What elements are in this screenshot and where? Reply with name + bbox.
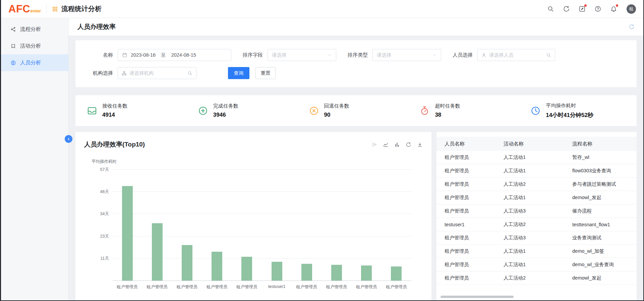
bottom-row: 人员办理效率(Top10) 平均操作耗时 11天23天34天46天57天租户管理… bbox=[75, 132, 637, 300]
stat-card: 平均操作耗时14小时41分钟52秒 bbox=[522, 103, 633, 119]
bell-icon[interactable] bbox=[610, 5, 617, 12]
reset-button[interactable]: 重置 bbox=[255, 67, 276, 79]
person-select-field[interactable] bbox=[477, 49, 555, 61]
start-date[interactable]: 2023-08-16 bbox=[131, 52, 156, 58]
download-icon[interactable] bbox=[417, 142, 423, 147]
bar[interactable] bbox=[272, 262, 282, 281]
scrollbar-thumb[interactable] bbox=[441, 296, 514, 298]
sidebar: 流程分析活动分析人员分析 bbox=[1, 18, 69, 300]
afcenter-logo[interactable]: AFC enter bbox=[8, 3, 41, 15]
sort-type-placeholder: 请选择 bbox=[377, 52, 392, 58]
bar-slot: 租户管理员 bbox=[292, 170, 321, 281]
bar[interactable] bbox=[391, 266, 402, 281]
y-axis-title: 平均操作耗时 bbox=[92, 159, 117, 165]
date-separator: 至 bbox=[161, 52, 166, 58]
search-icon[interactable] bbox=[547, 5, 554, 12]
table-cell: flow0303业务查询 bbox=[572, 168, 637, 174]
bar[interactable] bbox=[182, 245, 192, 281]
table-cell: testtesnant_flow1 bbox=[572, 222, 637, 227]
search-icon bbox=[546, 53, 551, 58]
column-header: 活动名称 bbox=[504, 141, 572, 147]
x-tick-label: 租户管理员 bbox=[177, 284, 198, 290]
table-row[interactable]: testuser1人工活动2testtesnant_flow1 bbox=[436, 218, 637, 231]
table-cell: testuser1 bbox=[436, 222, 504, 227]
bar[interactable] bbox=[331, 265, 342, 281]
restore-icon[interactable] bbox=[406, 142, 411, 147]
table-cell: 人工活动1 bbox=[504, 261, 572, 268]
chart-toolbar bbox=[371, 142, 423, 147]
bar[interactable] bbox=[152, 223, 163, 281]
sort-field-label: 排序字段 bbox=[243, 52, 263, 58]
table-cell: 人工活动2 bbox=[504, 275, 572, 281]
table-row[interactable]: 租户管理员人工活动3业务查询测试 bbox=[436, 231, 637, 245]
filter-row-1: 名称 2023-08-16 至 2024-08-15 排序字段 请选 bbox=[84, 49, 628, 61]
bar-slot: 租户管理员 bbox=[382, 170, 411, 281]
org-select-input[interactable] bbox=[129, 70, 185, 76]
activity-icon bbox=[10, 43, 16, 49]
table-row[interactable]: 租户管理员人工活动1demowl_发起 bbox=[436, 191, 637, 204]
table-row[interactable]: 租户管理员人工活动1flow0303业务查询 bbox=[436, 164, 637, 178]
stat-value: 14小时41分钟52秒 bbox=[546, 111, 593, 119]
bar[interactable] bbox=[361, 265, 372, 281]
org-select-field[interactable] bbox=[118, 67, 196, 79]
table-cell: 人工活动2 bbox=[504, 221, 572, 228]
x-tick-label: 租户管理员 bbox=[236, 284, 257, 290]
table-row[interactable]: 租户管理员人工活动1暂存_wl bbox=[436, 151, 637, 164]
stat-value: 3946 bbox=[213, 112, 238, 118]
page-title: 人员办理效率 bbox=[77, 22, 116, 31]
x-tick-label: 租户管理员 bbox=[356, 284, 377, 290]
edit-icon[interactable] bbox=[579, 5, 586, 12]
sidebar-item-label: 流程分析 bbox=[20, 26, 41, 33]
sort-field-select[interactable]: 请选择 bbox=[268, 49, 336, 61]
stat-value: 38 bbox=[435, 112, 460, 118]
bar-chart-icon[interactable] bbox=[394, 142, 400, 147]
table-row[interactable]: 租户管理员人工活动2demowl_发起 bbox=[436, 272, 637, 285]
bar-series: 租户管理员租户管理员租户管理员租户管理员租户管理员testuser1租户管理员租… bbox=[112, 170, 411, 281]
table-cell: 租户管理员 bbox=[436, 208, 504, 214]
table-row[interactable]: 租户管理员人工活动3催办流程 bbox=[436, 204, 637, 218]
data-view-icon[interactable] bbox=[371, 142, 377, 147]
table-cell: 暂存_wl bbox=[572, 154, 637, 161]
horizontal-scrollbar[interactable] bbox=[441, 296, 633, 298]
sidebar-item-process[interactable]: 流程分析 bbox=[1, 21, 68, 38]
bar[interactable] bbox=[241, 257, 252, 281]
refresh-icon[interactable] bbox=[629, 24, 635, 30]
sort-field-group: 排序字段 请选择 bbox=[243, 49, 336, 61]
table-cell: 催办流程 bbox=[572, 208, 637, 214]
x-circle-icon bbox=[309, 106, 319, 116]
chart-area: 平均操作耗时 11天23天34天46天57天租户管理员租户管理员租户管理员租户管… bbox=[84, 159, 423, 300]
page-titlebar: 人员办理效率 bbox=[69, 18, 643, 36]
bar[interactable] bbox=[212, 252, 222, 281]
x-tick-label: 租户管理员 bbox=[117, 284, 138, 290]
person-select-label: 人员选择 bbox=[453, 52, 473, 58]
help-icon[interactable] bbox=[594, 5, 601, 12]
main-area: 人员办理效率 名称 2023-08-16 至 2024-08-15 bbox=[69, 18, 643, 300]
end-date[interactable]: 2024-08-15 bbox=[171, 52, 196, 58]
line-chart-icon[interactable] bbox=[383, 142, 389, 147]
query-button[interactable]: 查询 bbox=[228, 67, 249, 79]
avatar[interactable]: 租 bbox=[627, 4, 636, 14]
history-icon[interactable] bbox=[563, 5, 570, 12]
date-range-picker[interactable]: 2023-08-16 至 2024-08-15 bbox=[118, 49, 231, 61]
sidebar-collapse-button[interactable] bbox=[65, 135, 72, 143]
page-content: 名称 2023-08-16 至 2024-08-15 排序字段 请选 bbox=[69, 36, 643, 300]
sidebar-item-label: 人员分析 bbox=[20, 59, 41, 66]
filter-panel: 名称 2023-08-16 至 2024-08-15 排序字段 请选 bbox=[75, 40, 637, 87]
bar[interactable] bbox=[301, 264, 312, 281]
table-cell: 租户管理员 bbox=[436, 275, 504, 281]
person-select-input[interactable] bbox=[489, 52, 543, 58]
table-row[interactable]: 租户管理员人工活动1demo_wl_业务查询 bbox=[436, 258, 637, 272]
sidebar-item-activity[interactable]: 活动分析 bbox=[1, 38, 68, 54]
org-select-label: 机构选择 bbox=[84, 70, 113, 76]
sidebar-item-personnel[interactable]: 人员分析 bbox=[1, 54, 68, 71]
apps-grid-icon[interactable] bbox=[52, 6, 58, 12]
table-row[interactable]: 租户管理员人工活动1demo_wl_加签 bbox=[436, 245, 637, 258]
table-row[interactable]: 租户管理员人工活动2参与者跳过策略测试 bbox=[436, 178, 637, 191]
y-tick-label: 34天 bbox=[100, 211, 109, 217]
bar[interactable] bbox=[122, 186, 133, 281]
organization-icon bbox=[122, 71, 127, 76]
sort-type-select[interactable]: 请选择 bbox=[372, 49, 441, 61]
x-tick-label: 租户管理员 bbox=[296, 284, 317, 290]
table-cell: 人工活动3 bbox=[504, 235, 572, 241]
chart-panel: 人员办理效率(Top10) 平均操作耗时 11天23天34天46天57天租户管理… bbox=[75, 132, 431, 300]
